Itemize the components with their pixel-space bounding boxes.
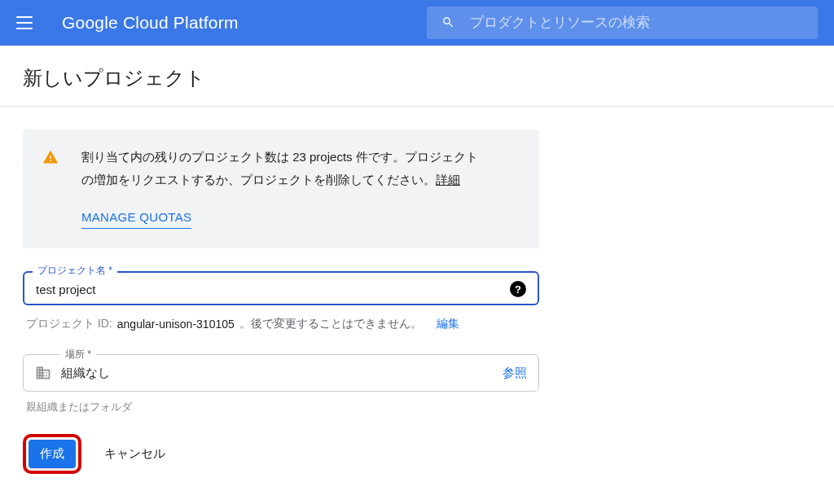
highlight-box: 作成 xyxy=(23,434,81,474)
search-input[interactable] xyxy=(470,15,803,31)
menu-icon[interactable] xyxy=(16,11,39,34)
alert-body: 割り当て内の残りのプロジェクト数は 23 projects 件です。プロジェクト… xyxy=(81,146,478,229)
page-title: 新しいプロジェクト xyxy=(0,46,834,107)
alert-text: の増加をリクエストするか、プロジェクトを削除してください。 xyxy=(81,173,436,186)
details-link[interactable]: 詳細 xyxy=(436,173,460,186)
project-id-row: プロジェクト ID: angular-unison-310105。後で変更するこ… xyxy=(23,317,539,331)
search-icon xyxy=(441,15,455,30)
location-label: 場所 * xyxy=(60,348,96,362)
project-id-value: angular-unison-310105 xyxy=(117,318,235,331)
form-container: 割り当て内の残りのプロジェクト数は 23 projects 件です。プロジェクト… xyxy=(0,107,562,474)
project-id-label: プロジェクト ID: xyxy=(26,317,112,331)
brand-title: Google Cloud Platform xyxy=(62,13,239,33)
cancel-button[interactable]: キャンセル xyxy=(104,446,165,462)
project-name-input[interactable] xyxy=(36,283,510,296)
location-helper: 親組織またはフォルダ xyxy=(23,400,539,414)
project-name-label: プロジェクト名 * xyxy=(33,264,117,278)
warning-icon xyxy=(42,149,59,165)
action-row: 作成 キャンセル xyxy=(23,434,539,474)
search-box[interactable] xyxy=(427,7,818,39)
project-id-note: 。後で変更することはできません。 xyxy=(239,317,422,331)
location-field: 場所 * 組織なし 参照 xyxy=(23,354,539,392)
organization-icon xyxy=(35,365,51,381)
location-value: 組織なし xyxy=(61,366,503,381)
project-name-field: プロジェクト名 * ? xyxy=(23,271,539,305)
app-header: Google Cloud Platform xyxy=(0,0,834,46)
alert-count: 23 projects xyxy=(292,150,352,164)
help-icon[interactable]: ? xyxy=(510,281,526,297)
manage-quotas-link[interactable]: MANAGE QUOTAS xyxy=(81,206,191,230)
create-button[interactable]: 作成 xyxy=(29,440,76,468)
alert-text: 件です。プロジェクト xyxy=(353,150,478,164)
browse-button[interactable]: 参照 xyxy=(503,366,527,381)
alert-text: 割り当て内の残りのプロジェクト数は xyxy=(81,150,292,164)
edit-link[interactable]: 編集 xyxy=(437,317,459,331)
quota-alert: 割り当て内の残りのプロジェクト数は 23 projects 件です。プロジェクト… xyxy=(23,129,539,248)
